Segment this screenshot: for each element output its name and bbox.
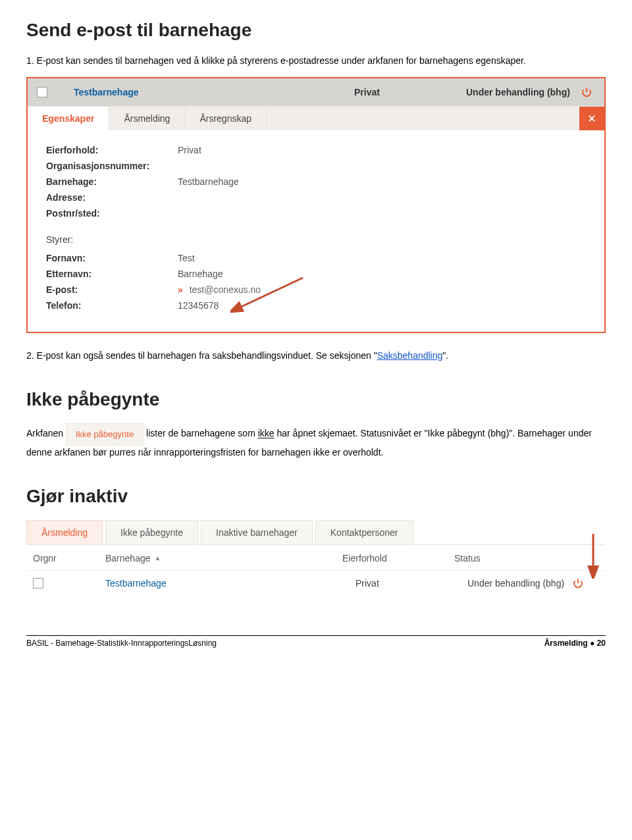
tab-egenskaper[interactable]: Egenskaper [28,107,109,130]
header-name[interactable]: Testbarnehage [74,87,354,97]
value-telefon: 12345678 [178,300,219,311]
label-epost: E-post: [46,284,178,295]
label-fornavn: Fornavn: [46,253,178,263]
tab-ikke-pabegynte[interactable]: Ikke påbegynte [105,520,198,544]
page-footer: BASIL - Barnehage-Statistikk-Innrapporte… [26,635,606,648]
row-name[interactable]: Testbarnehage [105,578,356,589]
power-icon[interactable] [578,86,595,98]
screenshot-panel-egenskaper: Testbarnehage Privat Under behandling (b… [26,77,606,333]
row-status: Under behandling (bhg) [467,578,564,589]
heading-gjor-inaktiv: Gjør inaktiv [26,486,606,507]
label-eierforhold: Eierforhold: [46,145,178,155]
screenshot-panel-list: Årsmelding Ikke påbegynte Inaktive barne… [26,520,606,596]
value-fornavn: Test [178,253,195,263]
label-telefon: Telefon: [46,300,178,311]
tab-inaktive-barnehager[interactable]: Inaktive barnehager [201,520,313,544]
col-eierforhold[interactable]: Eierforhold [342,553,454,564]
sort-asc-icon: ▲ [155,554,161,562]
header-eierforhold: Privat [354,87,466,97]
paragraph-3: Arkfanen Ikke påbegynte lister de barneh… [26,423,606,459]
row-checkbox[interactable] [37,87,47,97]
row-checkbox-2[interactable] [33,578,43,589]
label-etternavn: Etternavn: [46,269,178,279]
value-eierforhold: Privat [178,145,201,155]
arrow-annotation-icon-2 [583,533,603,579]
label-orgnr: Organisasjonsnummer: [46,161,178,171]
tab-arsmelding[interactable]: Årsmelding [109,107,185,130]
footer-left: BASIL - Barnehage-Statistikk-Innrapporte… [26,639,217,648]
close-button[interactable] [579,107,604,130]
table-row: Testbarnehage Privat Under behandling (b… [26,570,606,596]
footer-right: Årsmelding ● 20 [544,639,606,648]
svg-line-0 [238,278,303,308]
arrow-annotation-icon [230,275,309,321]
label-styrer: Styrer: [46,234,586,245]
tab-arsregnskap[interactable]: Årsregnskap [185,107,267,130]
col-orgnr[interactable]: Orgnr [26,553,105,564]
row-eierforhold: Privat [356,578,467,589]
value-barnehage: Testbarnehage [178,176,239,187]
chip-ikke-pabegynte: Ikke påbegynte [66,423,144,446]
paragraph-2: 2. E-post kan også sendes til barnehagen… [26,349,606,363]
label-postnr: Postnr/sted: [46,208,178,219]
paragraph-1: 1. E-post kan sendes til barnehagen ved … [26,54,606,68]
panel-header-row: Testbarnehage Privat Under behandling (b… [28,78,604,106]
heading-send-epost: Send e-post til barnehage [26,20,606,41]
tabs-row: Egenskaper Årsmelding Årsregnskap [28,106,604,130]
header-status: Under behandling (bhg) [466,86,578,98]
tab-arsmelding-2[interactable]: Årsmelding [26,520,103,544]
power-icon-2[interactable] [569,577,587,589]
tab-kontaktpersoner[interactable]: Kontaktpersoner [315,520,413,544]
bullet-icon: » [178,284,183,295]
column-headers: Orgnr Barnehage ▲ Eierforhold Status [26,544,606,570]
value-etternavn: Barnehage [178,269,223,279]
label-adresse: Adresse: [46,192,178,203]
col-barnehage[interactable]: Barnehage ▲ [105,553,342,564]
panel-body: Eierforhold:Privat Organisasjonsnummer: … [28,130,604,332]
heading-ikke-pabegynte: Ikke påbegynte [26,389,606,410]
link-saksbehandling[interactable]: Saksbehandling [377,350,443,361]
label-barnehage: Barnehage: [46,176,178,187]
